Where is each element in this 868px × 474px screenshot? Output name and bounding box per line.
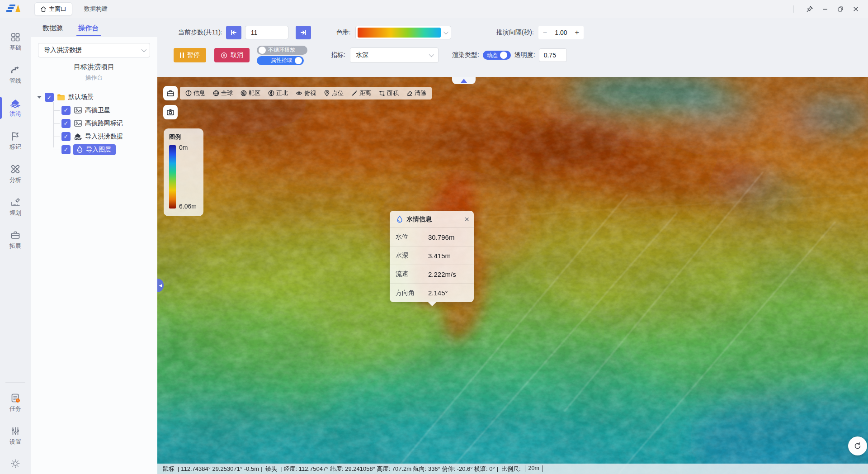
pipe-icon	[10, 65, 21, 76]
loop-playback-toggle[interactable]: 不循环播放	[257, 46, 307, 55]
render-type-toggle[interactable]: 动态	[483, 51, 511, 60]
interval-plus-button[interactable]: +	[575, 28, 579, 37]
sidebar-item-analysis[interactable]: 分析	[0, 160, 31, 188]
popup-row-label: 流速	[396, 270, 428, 278]
checkbox-checked[interactable]: ✓	[61, 119, 71, 128]
sidebar-item-planning[interactable]: 规划	[0, 193, 31, 221]
pause-button[interactable]: 暂停	[174, 48, 206, 62]
project-subtitle: 操作台	[31, 74, 157, 82]
sidebar-item-basic[interactable]: 基础	[0, 28, 31, 56]
opacity-value: 0.75	[544, 52, 556, 59]
overhead-icon	[296, 90, 302, 96]
map-tool-label: 面积	[387, 89, 399, 97]
step-last-button[interactable]	[296, 26, 311, 39]
attribute-pick-toggle[interactable]: 属性拾取	[257, 56, 304, 65]
project-title: 目标洪涝项目	[31, 63, 157, 71]
toolbox-icon	[166, 89, 175, 97]
analysis-icon	[10, 164, 21, 175]
map-tool-north[interactable]: 正北	[268, 89, 288, 97]
interval-stepper[interactable]: − 1.00 +	[538, 26, 584, 39]
tree-row-import-layer[interactable]: ✓ 导入图层	[53, 143, 157, 156]
map-tool-area[interactable]: 面积	[379, 89, 399, 97]
tree-row-flood-data[interactable]: ✓ 导入洪涝数据	[53, 130, 157, 143]
tree-row-satellite[interactable]: ✓ 高德卫星	[53, 104, 157, 117]
popup-row-level: 水位 30.796m	[390, 228, 474, 246]
sidebar-item-tasks[interactable]: 任务	[0, 389, 31, 417]
popup-row-value: 30.796m	[428, 233, 454, 241]
map-tool-label: 信息	[193, 89, 205, 97]
close-icon[interactable]: ×	[464, 215, 469, 223]
area-icon	[379, 90, 385, 96]
restore-button[interactable]	[833, 2, 848, 16]
mouse-coords: [ 112.74384° 29.253071° -0.5m ]	[178, 465, 262, 472]
sidebar-item-label: 分析	[9, 176, 21, 184]
screenshot-button[interactable]	[163, 105, 178, 119]
main-area: 当前步数(共11): 11 色带:	[157, 18, 868, 474]
tree-row-roadnet[interactable]: ✓ 高德路网标记	[53, 117, 157, 130]
tab-main-window[interactable]: 主窗口	[34, 2, 72, 16]
image-icon	[73, 119, 82, 128]
step-value-input[interactable]: 11	[245, 26, 288, 39]
selected-tree-item[interactable]: 导入图层	[73, 144, 116, 155]
interval-minus-button[interactable]: −	[543, 28, 547, 37]
map-toolbar: 信息 全球 靶区 正北	[180, 87, 432, 100]
map-tool-distance[interactable]: 距离	[351, 89, 371, 97]
checkbox-checked[interactable]: ✓	[45, 93, 54, 102]
pin-icon[interactable]	[802, 2, 817, 16]
popup-row-label: 水深	[396, 251, 428, 260]
sidebar-item-label: 拓展	[9, 242, 21, 250]
sidebar-item-extend[interactable]: 拓展	[0, 226, 31, 254]
cancel-circle-icon	[221, 52, 227, 59]
toggle-knob	[500, 52, 507, 59]
tab-data-source[interactable]: 数据源	[42, 24, 63, 34]
map-tool-overhead[interactable]: 俯视	[296, 89, 316, 97]
toolbar-collapse-handle[interactable]	[452, 77, 476, 84]
minimize-button[interactable]	[817, 2, 833, 16]
sidebar-item-marker[interactable]: 标记	[0, 127, 31, 155]
title-bar: 主窗口 数据构建	[0, 0, 868, 18]
sidebar-item-settings[interactable]: 设置	[0, 422, 31, 450]
toggle-knob	[259, 47, 266, 54]
pause-button-label: 暂停	[187, 51, 200, 59]
popup-row-label: 水位	[396, 233, 428, 241]
brightness-icon[interactable]	[0, 455, 31, 472]
map-tool-target[interactable]: 靶区	[241, 89, 260, 97]
step-first-button[interactable]	[226, 26, 241, 39]
tab-console[interactable]: 操作台	[78, 24, 99, 34]
map-tool-label: 俯视	[304, 89, 316, 97]
sidebar-item-flood[interactable]: 洪涝	[0, 94, 31, 122]
sidebar-item-pipeline[interactable]: 管线	[0, 61, 31, 89]
loop-toggle-label: 不循环播放	[268, 46, 295, 54]
checkbox-checked[interactable]: ✓	[61, 132, 71, 141]
caret-down-icon[interactable]	[37, 96, 42, 99]
map-tool-globe[interactable]: 全球	[213, 89, 233, 97]
map-tool-info[interactable]: 信息	[185, 89, 205, 97]
water-info-popup: 水情信息 × 水位 30.796m 水深 3.415m 流速 2.222m/s …	[390, 211, 474, 302]
map-tool-clear[interactable]: 清除	[406, 89, 426, 97]
tab-data-build[interactable]: 数据构建	[84, 5, 108, 13]
pin-icon	[324, 90, 330, 96]
map-tool-label: 正北	[276, 89, 288, 97]
refresh-button[interactable]	[848, 436, 867, 455]
info-icon	[185, 90, 192, 96]
map-viewport[interactable]: 信息 全球 靶区 正北	[157, 77, 868, 474]
scale-label: 比例尺:	[501, 465, 521, 473]
opacity-input[interactable]: 0.75	[539, 48, 567, 62]
cancel-button[interactable]: 取消	[214, 48, 250, 62]
checkbox-checked[interactable]: ✓	[61, 145, 71, 154]
folder-icon	[57, 93, 66, 102]
dataset-select[interactable]: 导入洪涝数据	[38, 43, 150, 57]
map-tool-point[interactable]: 点位	[324, 89, 344, 97]
sidebar-item-label: 洪涝	[9, 110, 21, 118]
tree-item-label: 高德路网标记	[85, 119, 123, 128]
colorband-label: 色带:	[336, 28, 351, 37]
colorband-select[interactable]	[355, 26, 451, 39]
legend-title: 图例	[169, 133, 203, 141]
indicator-select[interactable]: 水深	[350, 47, 439, 63]
checkbox-checked[interactable]: ✓	[61, 106, 71, 115]
colorband-gradient	[358, 28, 441, 38]
toolbar-row-steps: 当前步数(共11): 11 色带:	[157, 23, 868, 43]
layer-tree: ✓ 默认场景 ✓	[31, 91, 157, 156]
close-button[interactable]	[848, 2, 863, 16]
toolbox-button[interactable]	[163, 86, 178, 100]
